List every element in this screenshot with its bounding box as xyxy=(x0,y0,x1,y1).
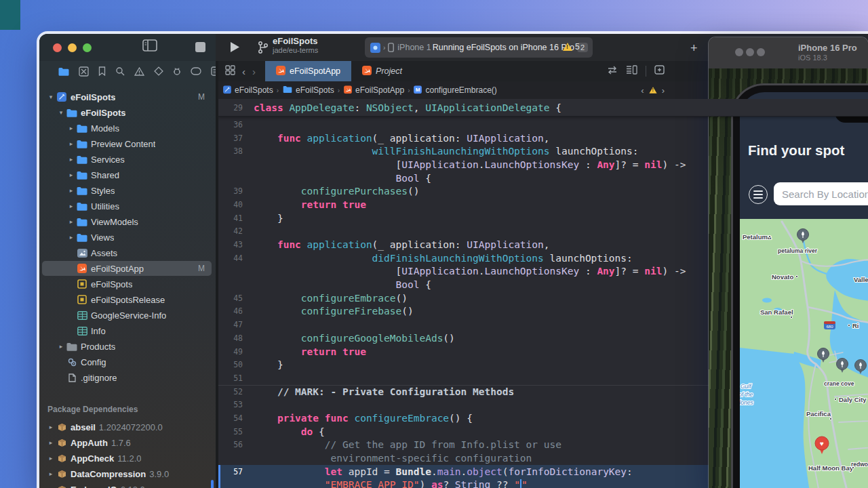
toggle-navigator-icon[interactable] xyxy=(142,39,157,54)
map-label: petaluma river xyxy=(778,247,818,254)
issues-indicator[interactable]: 5 xyxy=(563,42,580,52)
search-input[interactable]: Search By Location xyxy=(774,182,868,205)
sidebar-item-styles[interactable]: ▸Styles xyxy=(42,183,212,198)
stop-button[interactable] xyxy=(195,42,205,55)
map-label: San Rafael xyxy=(760,308,793,316)
package-item-abseil[interactable]: ▸abseil1.2024072200.0 xyxy=(42,420,212,434)
chevron-right-icon[interactable]: ▸ xyxy=(66,218,76,225)
folder-icon xyxy=(76,155,88,164)
zoom-window-button[interactable] xyxy=(83,43,92,52)
add-editor-icon[interactable] xyxy=(654,65,665,77)
app-heading: Find your spot xyxy=(748,142,844,159)
package-item-datacompression[interactable]: ▸DataCompression3.9.0 xyxy=(42,466,212,481)
minimize-window-button[interactable] xyxy=(746,48,754,56)
sidebar-item-efoilspots[interactable]: ▾eFoilSpots xyxy=(42,105,212,120)
map-view[interactable]: 680Petalumapetaluma riverNovatoValleSan … xyxy=(740,219,868,488)
assets-icon xyxy=(76,249,88,258)
run-destination[interactable]: iPhone 1 xyxy=(397,43,431,52)
bookmark-icon[interactable] xyxy=(98,66,106,76)
folder-icon xyxy=(76,171,88,180)
entitlements-icon xyxy=(76,295,88,304)
breadcrumb-item[interactable]: eFoilSpotApp xyxy=(343,85,404,96)
map-label: Pacifica xyxy=(806,410,831,418)
find-icon[interactable] xyxy=(115,66,125,76)
breadcrumb-item[interactable]: eFoilSpots xyxy=(282,85,334,96)
sidebar-scrollbar[interactable] xyxy=(211,480,214,488)
package-item-embraceio[interactable]: ▾EmbraceIO6.13.0 xyxy=(42,482,212,488)
chevron-right-icon[interactable]: ▸ xyxy=(66,171,76,178)
simulator-device-title: iPhone 16 Pro xyxy=(798,43,857,53)
folder-icon xyxy=(283,85,292,95)
sidebar-item-services[interactable]: ▸Services xyxy=(42,152,212,167)
previous-issue-icon[interactable]: ‹ xyxy=(641,85,644,96)
package-icon xyxy=(56,453,68,463)
sidebar-item-shared[interactable]: ▸Shared xyxy=(42,167,212,182)
breadcrumb-item[interactable]: eFoilSpots xyxy=(222,85,273,96)
sidebar-item-viewmodels[interactable]: ▸ViewModels xyxy=(42,214,212,229)
modified-badge: M xyxy=(198,264,205,273)
breakpoint-icon[interactable] xyxy=(191,67,201,75)
minimap-icon[interactable] xyxy=(626,65,637,77)
package-dependencies-header: Package Dependencies xyxy=(47,405,138,414)
sidebar-item-config[interactable]: Config xyxy=(42,354,212,369)
tab-project[interactable]: Project xyxy=(351,61,413,81)
chevron-right-icon[interactable]: ▸ xyxy=(56,343,66,350)
issue-icon[interactable] xyxy=(134,67,144,76)
chevron-right-icon[interactable]: ▸ xyxy=(46,424,56,430)
svg-text:680: 680 xyxy=(826,325,833,329)
plist-icon xyxy=(76,311,88,320)
sidebar-item-info[interactable]: Info xyxy=(42,323,212,338)
forward-button[interactable]: › xyxy=(252,66,256,77)
next-issue-icon[interactable]: › xyxy=(662,85,665,96)
sidebar-item-efoilspots[interactable]: ▾eFoilSpotsM xyxy=(42,89,212,104)
test-icon[interactable] xyxy=(154,66,163,76)
app-icon xyxy=(56,92,68,102)
chevron-right-icon[interactable]: ▸ xyxy=(66,203,76,209)
chevron-right-icon[interactable]: ▸ xyxy=(46,439,56,446)
minimize-window-button[interactable] xyxy=(68,43,77,52)
sidebar-item-googleservice-info[interactable]: GoogleService-Info xyxy=(42,308,212,323)
chevron-right-icon[interactable]: ▸ xyxy=(46,455,56,462)
package-item-appcheck[interactable]: ▸AppCheck11.2.0 xyxy=(42,451,212,466)
plist-icon xyxy=(76,327,88,336)
activity-status-pill[interactable]: › iPhone 1 Running eFoilSpots on iPhone … xyxy=(365,37,593,58)
sidebar-item--gitignore[interactable]: .gitignore xyxy=(42,370,212,385)
add-button[interactable]: + xyxy=(690,41,698,56)
chevron-right-icon[interactable]: ▸ xyxy=(66,187,76,194)
issue-warning-icon[interactable] xyxy=(649,87,656,94)
sidebar-item-efoilspotsrelease[interactable]: eFoilSpotsRelease xyxy=(42,292,212,307)
chevron-right-icon[interactable]: ▸ xyxy=(66,125,76,131)
project-navigator-icon[interactable] xyxy=(58,67,69,76)
tab-efoilspotapp[interactable]: eFoilSpotApp xyxy=(265,61,351,81)
close-window-button[interactable] xyxy=(53,43,62,52)
sidebar-item-utilities[interactable]: ▸Utilities xyxy=(42,199,212,214)
sidebar-item-efoilspots[interactable]: eFoilSpots xyxy=(42,277,212,291)
sidebar-item-views[interactable]: ▸Views xyxy=(42,230,212,245)
sidebar-item-preview-content[interactable]: ▸Preview Content xyxy=(42,136,212,151)
close-window-button[interactable] xyxy=(735,48,743,56)
package-item-appauth[interactable]: ▸AppAuth1.7.6 xyxy=(42,435,212,450)
sidebar-item-assets[interactable]: Assets xyxy=(42,245,212,260)
chevron-right-icon[interactable]: ▸ xyxy=(66,234,76,241)
chevron-down-icon[interactable]: ▾ xyxy=(46,94,56,100)
sidebar-item-efoilspotapp[interactable]: eFoilSpotAppM xyxy=(42,261,212,276)
breadcrumb-item[interactable]: MconfigureEmbrace() xyxy=(413,85,496,96)
filter-icon[interactable] xyxy=(749,185,768,204)
branch-name[interactable]: jade/eu-terms xyxy=(273,46,318,54)
zoom-window-button[interactable] xyxy=(757,48,765,56)
related-items-icon[interactable] xyxy=(225,65,235,78)
sidebar-item-products[interactable]: ▸Products xyxy=(42,339,212,354)
debug-icon[interactable] xyxy=(173,66,181,76)
breadcrumb-separator: › xyxy=(408,87,410,94)
chevron-right-icon[interactable]: ▸ xyxy=(66,156,76,163)
modified-badge: M xyxy=(198,92,205,102)
chevron-right-icon[interactable]: ▸ xyxy=(46,470,56,477)
sidebar-item-models[interactable]: ▸Models xyxy=(42,121,212,136)
breadcrumb-separator: › xyxy=(277,87,279,94)
swap-editors-icon[interactable] xyxy=(607,65,618,77)
breadcrumb-separator: › xyxy=(338,87,340,94)
chevron-down-icon[interactable]: ▾ xyxy=(56,109,66,116)
source-control-icon[interactable] xyxy=(79,66,89,77)
back-button[interactable]: ‹ xyxy=(242,66,245,77)
chevron-right-icon[interactable]: ▸ xyxy=(66,140,76,147)
